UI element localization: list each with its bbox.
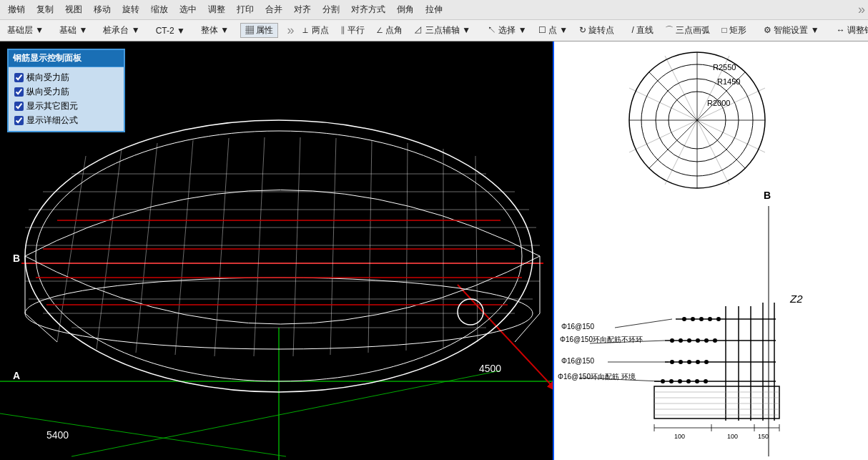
svg-point-78 <box>670 338 674 343</box>
line-tool-btn[interactable]: / 直线 <box>626 23 659 38</box>
align-type-btn[interactable]: 对齐方式 <box>346 2 390 17</box>
svg-point-83 <box>713 338 717 343</box>
toolbar-area: 撤销 复制 视图 移动 旋转 缩放 选中 调整 打印 合并 对齐 分割 对齐方式… <box>0 0 868 41</box>
svg-text:5400: 5400 <box>46 429 69 441</box>
point-tool-btn[interactable]: ☐ 点 ▼ <box>533 23 573 38</box>
toolbar-row2: 基础层 ▼ 基础 ▼ 桩承台 ▼ CT-2 ▼ 整体 ▼ ▦ 属性 » ⊥ 两点… <box>0 20 868 41</box>
three-point-btn[interactable]: ⊿ 三点辅轴 ▼ <box>409 23 475 38</box>
code-dropdown[interactable]: CT-2 ▼ <box>152 24 189 37</box>
svg-text:R1450: R1450 <box>717 77 740 86</box>
svg-text:Φ16@150环向配筋 环境: Φ16@150环向配筋 环境 <box>558 373 636 381</box>
rotate-btn[interactable]: 旋转 <box>117 2 144 17</box>
checkbox-vertical[interactable] <box>14 87 24 97</box>
pile-type[interactable]: 桩承台 ▼ <box>99 23 144 38</box>
svg-text:Φ16@150: Φ16@150 <box>561 323 594 331</box>
svg-text:100: 100 <box>674 433 685 440</box>
svg-point-89 <box>704 360 709 364</box>
svg-text:R2000: R2000 <box>707 99 730 107</box>
svg-point-76 <box>716 317 721 321</box>
svg-text:B: B <box>13 253 20 264</box>
svg-point-93 <box>678 379 682 383</box>
adjust-btn2[interactable]: 调整 <box>203 2 230 17</box>
svg-text:150: 150 <box>758 433 769 440</box>
svg-point-86 <box>679 360 683 364</box>
svg-text:4500: 4500 <box>479 363 501 374</box>
move-btn[interactable]: 移动 <box>89 2 116 17</box>
toolbar-row1: 撤销 复制 视图 移动 旋转 缩放 选中 调整 打印 合并 对齐 分割 对齐方式… <box>0 0 868 20</box>
svg-text:100: 100 <box>727 433 738 440</box>
expand-btn[interactable]: » <box>858 2 865 17</box>
view-dropdown[interactable]: 整体 ▼ <box>197 23 233 38</box>
svg-point-94 <box>686 379 691 383</box>
adjust-rebar-btn[interactable]: ↔ 调整钢筋方向 <box>832 23 868 38</box>
svg-point-79 <box>679 338 683 343</box>
print-btn[interactable]: 打印 <box>232 2 259 17</box>
parallel-btn[interactable]: ∥ 平行 <box>335 23 370 38</box>
svg-text:B: B <box>764 190 771 201</box>
checkbox-horizontal[interactable] <box>14 73 24 82</box>
layer-label: 基础层 ▼ <box>3 23 48 38</box>
merge-btn[interactable]: 合并 <box>260 2 287 17</box>
svg-point-81 <box>696 338 700 343</box>
svg-point-95 <box>695 379 699 383</box>
align-btn[interactable]: 对齐 <box>289 2 316 17</box>
checkbox-other[interactable] <box>14 102 24 111</box>
smart-set-btn[interactable]: ⚙ 智能设置 ▼ <box>759 23 824 38</box>
svg-point-82 <box>704 338 709 343</box>
arc-tool-btn[interactable]: ⌒ 三点画弧 <box>660 23 715 38</box>
select-tool-btn[interactable]: ↖ 选择 ▼ <box>483 23 532 38</box>
split-btn[interactable]: 分割 <box>317 2 345 17</box>
rebar-panel-body: 横向受力筋 纵向受力筋 显示其它图元 显示详细公式 <box>9 67 124 131</box>
svg-point-88 <box>696 360 700 364</box>
svg-point-85 <box>670 360 674 364</box>
rebar-check-vertical[interactable]: 纵向受力筋 <box>14 86 118 98</box>
svg-text:Φ16@150: Φ16@150 <box>561 357 594 365</box>
main-area: B A 4500 5400 Z 钢筋显示控制面板 横向受力筋 <box>0 41 868 460</box>
point-angle-btn[interactable]: ∠ 点角 <box>371 23 408 38</box>
svg-point-73 <box>691 317 695 321</box>
svg-point-75 <box>708 317 712 321</box>
rebar-label-formula: 显示详细公式 <box>26 114 78 127</box>
attr-btn[interactable]: ▦ 属性 <box>240 23 278 38</box>
layer-type[interactable]: 基础 ▼ <box>55 23 92 38</box>
checkbox-formula[interactable] <box>14 116 24 125</box>
undo-btn[interactable]: 撤销 <box>3 2 30 17</box>
svg-text:R2550: R2550 <box>713 63 736 72</box>
rotate-point-btn[interactable]: ↻ 旋转点 <box>574 23 619 38</box>
svg-point-87 <box>687 360 691 364</box>
copy-btn[interactable]: 复制 <box>31 2 59 17</box>
rebar-label-horizontal: 横向受力筋 <box>26 72 69 84</box>
two-point-btn[interactable]: ⊥ 两点 <box>297 23 333 38</box>
svg-text:Φ16@150环向配筋不环环: Φ16@150环向配筋不环环 <box>560 336 643 343</box>
rebar-label-vertical: 纵向受力筋 <box>26 86 69 98</box>
rebar-panel-title: 钢筋显示控制面板 <box>9 50 124 67</box>
svg-point-80 <box>687 338 691 343</box>
rebar-check-horizontal[interactable]: 横向受力筋 <box>14 72 118 84</box>
rebar-panel: 钢筋显示控制面板 横向受力筋 纵向受力筋 显示其它图元 显示详细公式 <box>7 49 125 132</box>
svg-point-74 <box>699 317 704 321</box>
rebar-check-formula[interactable]: 显示详细公式 <box>14 114 118 127</box>
rect-tool-btn[interactable]: □ 矩形 <box>716 23 751 38</box>
rebar-check-other[interactable]: 显示其它图元 <box>14 100 118 112</box>
right-canvas: R2550 R1450 R2000 B Z2 <box>554 41 868 460</box>
svg-text:A: A <box>13 370 20 381</box>
select-btn[interactable]: 选中 <box>174 2 202 17</box>
svg-text:Z2: Z2 <box>789 293 803 305</box>
stretch-btn[interactable]: 拉伸 <box>420 2 448 17</box>
svg-point-96 <box>704 379 708 383</box>
right-panel: R2550 R1450 R2000 B Z2 <box>554 41 868 460</box>
scale-btn[interactable]: 缩放 <box>146 2 173 17</box>
rebar-label-other: 显示其它图元 <box>26 100 78 112</box>
svg-point-72 <box>682 317 686 321</box>
double-arrow: » <box>287 23 294 38</box>
chamfer-btn[interactable]: 倒角 <box>392 2 419 17</box>
view-btn[interactable]: 视图 <box>60 2 87 17</box>
svg-point-91 <box>661 379 665 383</box>
svg-point-92 <box>669 379 674 383</box>
cad-viewport[interactable]: B A 4500 5400 Z 钢筋显示控制面板 横向受力筋 <box>0 41 554 460</box>
